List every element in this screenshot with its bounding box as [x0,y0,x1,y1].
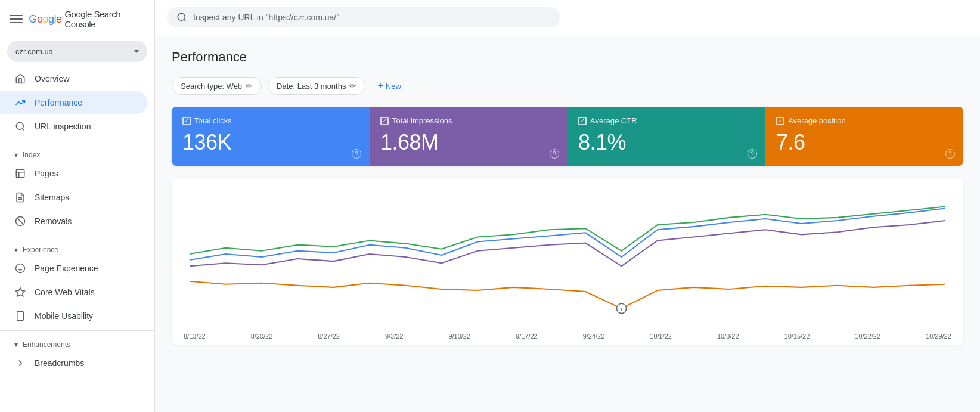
hamburger-icon[interactable] [10,12,23,26]
sidebar-nav: Overview Performance URL inspection ▾ In… [0,67,154,375]
metric-value-ctr: 8.1% [578,130,755,155]
metric-label-clicks: Total clicks [194,116,232,125]
nav-divider-3 [0,330,154,331]
cwv-icon [14,286,26,298]
page-title: Performance [172,49,963,65]
edit-icon-search: ✏ [246,81,253,91]
page-experience-icon [14,262,26,274]
x-label-9: 10/15/22 [784,333,810,340]
metric-header-position: Average position [776,116,953,125]
metric-check-clicks [182,117,191,125]
new-filter-button[interactable]: + New [371,77,407,95]
plus-icon: + [377,80,383,91]
pages-icon [14,168,26,179]
help-icon-clicks[interactable]: ? [352,149,361,159]
help-icon-impressions[interactable]: ? [550,149,559,159]
content-area: Performance Search type: Web ✏ Date: Las… [155,35,980,412]
x-axis-labels: 8/13/22 8/20/22 8/27/22 9/3/22 9/10/22 9… [178,329,957,340]
metric-value-clicks: 136K [182,130,359,155]
metric-label-position: Average position [788,116,846,125]
nav-section-index: ▾ Index [0,144,154,162]
metric-header-clicks: Total clicks [182,116,359,125]
date-label: Date: Last 3 months [277,82,346,91]
sidebar-item-performance[interactable]: Performance [0,91,147,114]
google-logo: Google Google Search Console [29,9,145,29]
x-label-7: 10/1/22 [650,333,672,340]
metric-card-position[interactable]: Average position 7.6 ? [765,107,963,166]
metric-label-ctr: Average CTR [590,116,637,125]
search-type-filter[interactable]: Search type: Web ✏ [172,77,262,95]
property-selector[interactable]: czr.com.ua [7,41,147,62]
svg-line-1 [22,128,24,130]
metric-card-total-impressions[interactable]: Total impressions 1.68M ? [370,107,567,166]
sidebar-item-page-experience[interactable]: Page Experience [0,256,147,280]
svg-line-8 [17,218,24,225]
sidebar-item-pages[interactable]: Pages [0,162,147,185]
sidebar-header: Google Google Search Console [0,0,154,38]
sidebar-item-label-sitemaps: Sitemaps [35,193,69,202]
x-label-4: 9/10/22 [448,333,470,340]
sidebar-item-label-cwv: Core Web Vitals [35,287,95,297]
svg-text:1: 1 [620,306,623,312]
x-label-8: 10/8/22 [717,333,739,340]
x-label-5: 9/17/22 [516,333,538,340]
date-filter[interactable]: Date: Last 3 months ✏ [268,77,365,95]
metric-check-impressions [380,117,389,125]
top-bar: Inspect any URL in "https://czr.com.ua/" [155,0,980,35]
sidebar-item-removals[interactable]: Removals [0,209,147,233]
sidebar-item-label-page-experience: Page Experience [35,264,98,273]
mobile-icon [14,310,26,322]
breadcrumbs-icon [14,357,26,369]
x-label-2: 8/27/22 [318,333,340,340]
sidebar-item-sitemaps[interactable]: Sitemaps [0,185,147,209]
svg-point-9 [16,264,25,273]
sidebar: Google Google Search Console czr.com.ua … [0,0,155,412]
nav-divider-1 [0,141,154,141]
svg-point-15 [178,13,185,20]
x-label-1: 8/20/22 [251,333,273,340]
performance-chart: 1 [178,187,957,327]
chart-container: 1 8/13/22 8/20/22 8/27/22 9/3/22 9/10/22… [172,178,963,345]
metric-card-ctr[interactable]: Average CTR 8.1% ? [567,107,765,166]
x-label-10: 10/22/22 [855,333,880,340]
svg-rect-2 [16,169,24,178]
metric-header-impressions: Total impressions [380,116,557,125]
sidebar-item-url-inspection[interactable]: URL inspection [0,114,147,138]
sidebar-item-overview[interactable]: Overview [0,67,147,91]
sidebar-item-label-overview: Overview [35,74,69,83]
sidebar-item-breadcrumbs[interactable]: Breadcrumbs [0,351,147,375]
collapse-icon-exp: ▾ [14,246,18,254]
metric-check-position [776,117,784,125]
sitemaps-icon [14,191,26,203]
nav-section-enhancements: ▾ Enhancements [0,333,154,351]
trending-icon [14,97,26,109]
search-icon [176,12,187,23]
removals-icon [14,215,26,227]
sidebar-item-label-removals: Removals [35,216,72,226]
sidebar-item-label-pages: Pages [35,169,58,178]
sidebar-item-label-mobile: Mobile Usability [35,311,93,321]
x-label-6: 9/24/22 [583,333,605,340]
chevron-down-icon [134,50,139,53]
x-label-11: 10/29/22 [926,333,951,340]
property-selector-text: czr.com.ua [15,47,131,56]
url-search-bar[interactable]: Inspect any URL in "https://czr.com.ua/" [167,7,560,27]
sidebar-item-label-url-inspection: URL inspection [35,122,91,131]
nav-section-experience: ▾ Experience [0,238,154,256]
metric-card-total-clicks[interactable]: Total clicks 136K ? [172,107,370,166]
home-icon [14,73,26,85]
sidebar-item-mobile-usability[interactable]: Mobile Usability [0,304,147,328]
search-type-label: Search type: Web [181,82,242,91]
sidebar-item-core-web-vitals[interactable]: Core Web Vitals [0,280,147,304]
metric-value-position: 7.6 [776,130,953,155]
help-icon-ctr[interactable]: ? [748,149,757,159]
help-icon-position[interactable]: ? [945,149,955,159]
x-label-3: 9/3/22 [385,333,404,340]
svg-line-16 [184,19,185,21]
new-filter-label: New [386,82,401,91]
nav-divider-2 [0,236,154,236]
metric-check-ctr [578,117,587,125]
filter-bar: Search type: Web ✏ Date: Last 3 months ✏… [172,77,963,95]
sidebar-item-label-breadcrumbs: Breadcrumbs [35,358,84,368]
svg-marker-12 [16,288,25,296]
